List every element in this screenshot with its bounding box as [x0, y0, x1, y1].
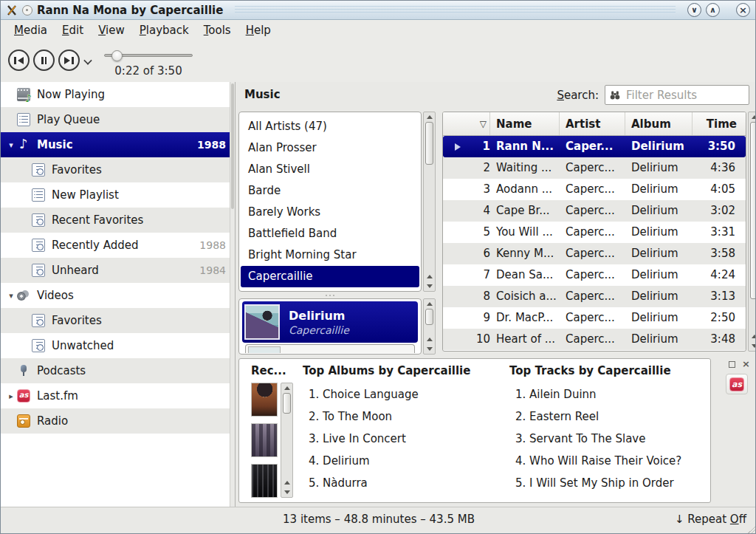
seek-slider[interactable]: [104, 54, 193, 57]
pause-button[interactable]: [33, 49, 55, 71]
track-row[interactable]: 2 Waiting ... Caperc... Delirium 4:36: [443, 157, 746, 179]
album-list-item-selected[interactable]: Delirium Capercaillie: [242, 301, 418, 343]
artist-list-item[interactable]: Barely Works: [239, 202, 421, 223]
top-album-item[interactable]: 2. To The Moon: [303, 405, 502, 428]
next-album-partial[interactable]: [245, 344, 415, 353]
artist-list-item[interactable]: Alan Stivell: [239, 159, 421, 180]
artist-list-item[interactable]: Bright Morning Star: [239, 244, 421, 266]
scroll-up-icon[interactable]: [424, 335, 435, 344]
previous-button[interactable]: [8, 49, 30, 71]
track-row[interactable]: 1 Rann N... Caper... Delirium 3:50: [443, 136, 746, 157]
track-row[interactable]: 9 Dr. MacP... Caperc... Delirium 2:50: [443, 307, 746, 329]
minimize-button[interactable]: ∨: [687, 3, 701, 17]
track-row[interactable]: 3 Aodann ... Caperc... Delirium 4:05: [443, 179, 746, 200]
scroll-up-icon[interactable]: [424, 272, 435, 281]
sidebar-item[interactable]: Unwatched: [1, 333, 235, 358]
column-header-name[interactable]: Name: [490, 112, 560, 135]
sidebar-item[interactable]: Play Queue: [1, 107, 235, 132]
repeat-toggle[interactable]: ↓ Repeat Off: [675, 513, 746, 526]
scroll-up-icon[interactable]: [424, 112, 435, 122]
top-track-item[interactable]: 3. Servant To The Slave: [509, 428, 705, 450]
top-track-item[interactable]: 4. Who Will Raise Their Voice?: [509, 450, 705, 472]
sidebar-item[interactable]: Radio: [1, 408, 235, 434]
sidebar-item[interactable]: Unheard 1984: [1, 258, 235, 283]
close-button[interactable]: ×: [736, 3, 750, 17]
sidebar-item[interactable]: Podcasts: [1, 358, 235, 383]
artist-list-item[interactable]: Capercaillie: [241, 266, 419, 287]
track-row[interactable]: 10 Heart of ... Caperc... Delirium 3:48: [443, 329, 746, 350]
track-table-scrollbar[interactable]: [748, 112, 756, 352]
track-row[interactable]: 8 Coisich a... Caperc... Delirium 3:13: [443, 286, 746, 307]
scrollbar-thumb[interactable]: [425, 309, 433, 325]
sidebar-item[interactable]: Music 1988: [1, 132, 235, 157]
top-track-item[interactable]: 1. Ailein Duinn: [509, 383, 705, 405]
scroll-down-icon[interactable]: [424, 281, 435, 291]
column-header-artist[interactable]: Artist: [560, 112, 625, 135]
column-header-time[interactable]: Time: [693, 112, 746, 135]
track-row[interactable]: 6 Kenny M... Caperc... Delirium 3:58: [443, 243, 746, 264]
top-album-item[interactable]: 5. Nàdurra: [303, 472, 502, 494]
sidebar-item[interactable]: New Playlist: [1, 182, 235, 208]
track-row[interactable]: 5 You Will ... Caperc... Delirium 3:31: [443, 222, 746, 243]
sidebar-item[interactable]: Videos: [1, 283, 235, 308]
artist-list-item[interactable]: Alan Prosser: [239, 137, 421, 159]
sort-indicator-column[interactable]: ▽: [443, 112, 490, 135]
top-track-item[interactable]: 5. I Will Set My Ship in Order: [509, 472, 705, 494]
sidebar-scrollbar[interactable]: [230, 82, 235, 507]
scroll-up-icon[interactable]: [281, 478, 292, 487]
artist-list-item[interactable]: Battlefield Band: [239, 223, 421, 244]
artist-photo-thumbnail[interactable]: [251, 383, 278, 417]
track-row[interactable]: 4 Cape Br... Caperc... Delirium 3:02: [443, 200, 746, 222]
scroll-up-icon[interactable]: [424, 299, 435, 309]
next-button[interactable]: [58, 49, 80, 71]
top-track-item[interactable]: 2. Eastern Reel: [509, 405, 705, 428]
sidebar-item[interactable]: Now Playing: [1, 82, 235, 107]
sidebar-item[interactable]: Recent Favorites: [1, 208, 235, 233]
menu-item[interactable]: Media: [7, 21, 55, 39]
artist-photo-thumbnail[interactable]: [251, 464, 278, 498]
artist-list-scrollbar[interactable]: [423, 112, 436, 292]
top-album-item[interactable]: 4. Delirium: [303, 450, 502, 472]
search-input[interactable]: [605, 85, 749, 105]
expander-arrow-icon[interactable]: [5, 291, 17, 301]
sidebar-item[interactable]: Favorites: [1, 157, 235, 182]
splitter-handle[interactable]: [238, 293, 422, 298]
scroll-up-icon[interactable]: [749, 112, 756, 122]
sidebar-item[interactable]: Favorites: [1, 308, 235, 333]
artist-photo-thumbnail[interactable]: [251, 423, 278, 457]
scrollbar-thumb[interactable]: [425, 122, 433, 165]
scroll-up-icon[interactable]: [749, 332, 756, 341]
scrollbar-thumb[interactable]: [283, 393, 291, 414]
top-album-item[interactable]: 3. Live In Concert: [303, 428, 502, 450]
menu-label: edia: [24, 24, 47, 37]
menu-item[interactable]: View: [91, 21, 132, 39]
menu-item[interactable]: Edit: [55, 21, 91, 39]
expander-arrow-icon[interactable]: [5, 140, 17, 150]
album-list-scrollbar[interactable]: [423, 298, 436, 355]
seek-handle[interactable]: [111, 50, 123, 61]
lastfm-button[interactable]: [726, 374, 748, 394]
scroll-down-icon[interactable]: [281, 487, 292, 497]
artist-list-item[interactable]: Barde: [239, 180, 421, 202]
menu-item[interactable]: Playback: [132, 21, 196, 39]
track-row[interactable]: 7 Dean Sa... Caperc... Delirium 4:24: [443, 264, 746, 286]
maximize-button[interactable]: ∧: [706, 3, 720, 17]
scroll-down-icon[interactable]: [424, 344, 435, 354]
close-panel-icon[interactable]: ×: [742, 360, 750, 368]
menu-item[interactable]: Help: [238, 21, 278, 39]
sidebar-item[interactable]: Last.fm: [1, 383, 235, 408]
column-header-album[interactable]: Album: [625, 112, 693, 135]
window-menu-icon[interactable]: [22, 5, 32, 16]
top-album-item[interactable]: 1. Choice Language: [303, 383, 502, 405]
chevron-down-icon[interactable]: [84, 57, 91, 64]
artist-list-item[interactable]: All Artists (47): [239, 116, 421, 137]
resize-grip[interactable]: [748, 526, 755, 533]
scroll-up-icon[interactable]: [281, 383, 292, 393]
expander-arrow-icon[interactable]: [5, 391, 17, 401]
menu-item[interactable]: Tools: [196, 21, 238, 39]
scrollbar-thumb[interactable]: [750, 122, 756, 299]
float-panel-icon[interactable]: [729, 361, 735, 368]
recommendations-scrollbar[interactable]: [281, 383, 293, 498]
scroll-down-icon[interactable]: [749, 341, 756, 351]
sidebar-item[interactable]: Recently Added 1988: [1, 233, 235, 258]
